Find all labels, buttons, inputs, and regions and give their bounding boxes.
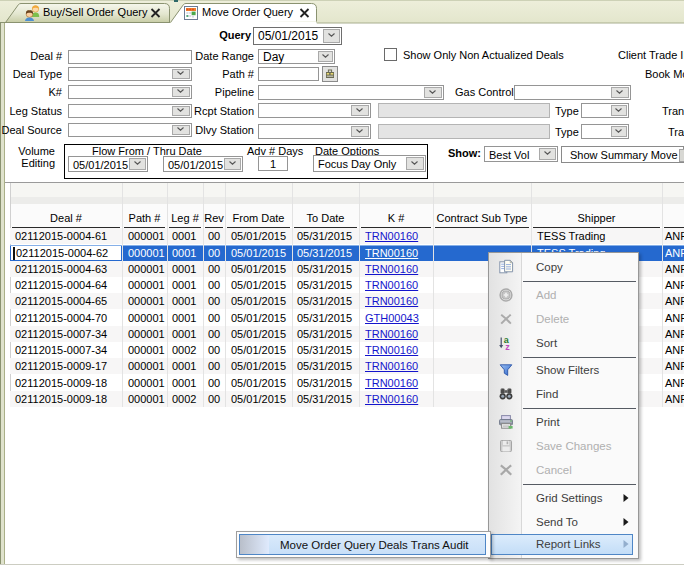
svg-text:z: z [505, 342, 510, 351]
